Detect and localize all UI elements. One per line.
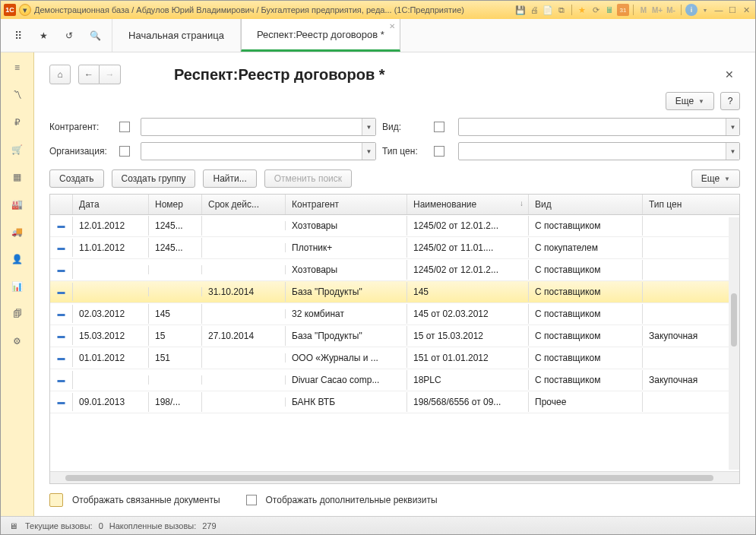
create-group-button[interactable]: Создать группу [112,169,196,188]
nav-forward-button[interactable]: → [100,65,121,84]
sidebar-item-factory[interactable]: 🏭 [8,195,27,214]
create-group-button-label: Создать группу [122,173,186,184]
kind-input[interactable] [459,119,726,135]
price-type-checkbox[interactable] [434,146,444,157]
cell-name: 145 [407,282,529,302]
sidebar-item-blocks[interactable]: ▦ [8,168,27,186]
tab-home[interactable]: Начальная страница [112,19,241,52]
table-row[interactable]: ▬01.01.2012151ООО «Журналы и ...151 от 0… [50,347,739,369]
sidebar-item-gear[interactable]: ⚙ [8,332,27,350]
horizontal-scrollbar[interactable] [50,471,739,483]
table-row[interactable]: ▬Хозтовары1245/02 от 12.01.2...С поставщ… [50,259,739,281]
info-dropdown-icon[interactable]: ▼ [699,4,711,16]
more-button-top[interactable]: Еще ▼ [666,92,714,110]
history-icon[interactable]: ↺ [60,27,78,45]
tool-compare-icon[interactable]: ⧉ [555,4,568,16]
col-icon[interactable] [50,195,73,214]
cell-kind: С поставщиком [529,282,643,302]
m-plus-button[interactable]: M+ [651,4,663,16]
cell-contractor: База "Продукты" [286,282,407,302]
tab-contracts-registry[interactable]: Респект:Реестр договоров * ✕ [241,19,400,52]
sidebar-item-menu[interactable]: ≡ [8,59,27,77]
cancel-search-button[interactable]: Отменить поиск [264,169,352,188]
contractor-input[interactable] [141,119,362,135]
org-input[interactable] [141,143,362,160]
linked-docs-checkbox[interactable] [49,493,63,507]
sidebar-item-cart[interactable]: 🛒 [8,141,27,159]
sidebar-item-person[interactable]: 👤 [8,250,27,268]
maximize-button[interactable]: ☐ [726,4,739,16]
sidebar-item-truck[interactable]: 🚚 [8,223,27,241]
calendar-icon[interactable]: 31 [617,4,629,16]
favorite-icon[interactable]: ★ [576,4,588,16]
find-button[interactable]: Найти... [203,169,256,188]
contractor-checkbox[interactable] [119,122,130,132]
window-title: Демонстрационная база / Абдулов Юрий Вла… [34,5,511,14]
minimize-button[interactable]: — [713,4,725,16]
more-button-row[interactable]: Еще ▼ [691,169,740,188]
col-kind[interactable]: Вид [529,195,643,214]
tab-close-icon[interactable]: ✕ [389,22,395,30]
chevron-down-icon[interactable]: ▼ [362,119,375,135]
sidebar-item-money[interactable]: ₽ [8,113,27,131]
tool-refresh-icon[interactable]: ⟳ [590,4,602,16]
table-row[interactable]: ▬11.01.20121245...Плотник+1245/02 от 11.… [50,237,739,259]
search-icon[interactable]: 🔍 [86,27,104,45]
star-icon[interactable]: ★ [34,27,52,45]
contractor-combo[interactable]: ▼ [141,118,376,136]
m-minus-button[interactable]: M- [665,4,677,16]
col-price-type[interactable]: Тип цен [643,195,739,214]
extra-props-checkbox[interactable] [246,495,257,505]
filters-panel: Контрагент: ▼ Вид: ▼ Организация: ▼ [34,115,755,163]
sidebar-item-chart[interactable]: 〽 [8,86,27,104]
home-button[interactable]: ⌂ [49,65,71,84]
info-icon[interactable]: i [685,4,697,16]
menu-grid-icon[interactable]: ⠿ [8,27,27,45]
kind-checkbox[interactable] [434,122,444,132]
extra-props-label: Отображать дополнительные реквизиты [266,495,438,505]
col-date[interactable]: Дата [73,195,149,214]
app-icon-1c: 1C [4,4,16,16]
chevron-down-icon[interactable]: ▼ [726,119,739,135]
table-row[interactable]: ▬02.03.201214532 комбинат145 от 02.03.20… [50,303,739,325]
chevron-down-icon: ▼ [724,176,730,182]
price-type-combo[interactable]: ▼ [458,142,740,160]
row-icon: ▬ [58,221,65,230]
chevron-down-icon[interactable]: ▼ [362,143,375,160]
vertical-scrollbar[interactable] [729,217,739,470]
tool-doc-icon[interactable]: 📄 [542,4,554,16]
col-number[interactable]: Номер [149,195,202,214]
page-close-button[interactable]: ✕ [719,65,740,84]
m-button[interactable]: M [637,4,650,16]
row-icon: ▬ [58,265,65,274]
table-row[interactable]: ▬31.10.2014База "Продукты"145С поставщик… [50,281,739,303]
calculator-icon[interactable]: 🖩 [603,4,615,16]
price-type-label: Тип цен: [382,146,428,157]
col-contractor[interactable]: Контрагент [286,195,407,214]
chevron-down-icon[interactable]: ▼ [726,143,739,160]
cell-name: 18PLC [407,370,529,390]
table-row[interactable]: ▬09.01.2013198/...БАНК ВТБ198/568/6556 о… [50,391,739,413]
kind-combo[interactable]: ▼ [458,118,740,136]
cell-name: 145 от 02.03.2012 [407,304,529,324]
price-type-input[interactable] [459,143,726,160]
tool-print-icon[interactable]: 🖨 [528,4,540,16]
sidebar-item-bars[interactable]: 📊 [8,277,27,296]
org-checkbox[interactable] [119,146,130,157]
help-button[interactable]: ? [720,92,740,110]
close-window-button[interactable]: ✕ [740,4,752,16]
cell-name: 1245/02 от 11.01.... [407,238,529,258]
menu-dropdown-icon[interactable]: ▾ [19,4,31,16]
table-row[interactable]: ▬12.01.20121245...Хозтовары1245/02 от 12… [50,215,739,237]
tool-save-icon[interactable]: 💾 [514,4,527,16]
nav-back-button[interactable]: ← [78,65,100,84]
sidebar-item-docs[interactable]: 🗐 [8,305,27,323]
col-validity[interactable]: Срок дейс... [202,195,286,214]
sidebar: ≡ 〽 ₽ 🛒 ▦ 🏭 🚚 👤 📊 🗐 ⚙ [1,52,34,516]
table-header: Дата Номер Срок дейс... Контрагент Наиме… [50,195,739,215]
table-row[interactable]: ▬Divuar Cacao comp...18PLCС поставщикомЗ… [50,369,739,391]
create-button[interactable]: Создать [49,169,104,188]
table-row[interactable]: ▬15.03.20121527.10.2014База "Продукты"15… [50,325,739,347]
col-name[interactable]: Наименование ↓ [407,195,529,214]
org-combo[interactable]: ▼ [141,142,376,160]
